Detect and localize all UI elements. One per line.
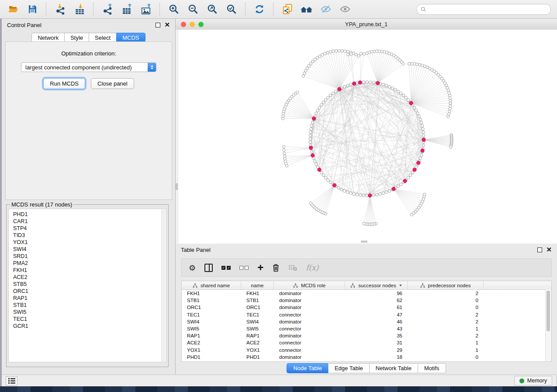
- hide-graphics-details-icon[interactable]: [317, 1, 335, 17]
- list-item[interactable]: STB5: [13, 281, 166, 288]
- node-table-header[interactable]: shared namenameMCDS rolesuccessor nodesp…: [182, 281, 551, 290]
- table-cell: 18: [345, 354, 408, 360]
- export-image-icon[interactable]: [137, 1, 155, 17]
- attribute-type-icon: [350, 283, 355, 288]
- table-cell: 31: [345, 340, 408, 345]
- refresh-icon[interactable]: [251, 1, 268, 17]
- add-column-icon[interactable]: +: [257, 264, 263, 272]
- table-cell: ACE2: [241, 340, 274, 345]
- table-row[interactable]: TEC1TEC1connector472: [182, 311, 551, 318]
- home-icon[interactable]: [298, 1, 315, 17]
- deselect-all-icon[interactable]: [239, 266, 249, 270]
- run-mcds-button[interactable]: Run MCDS: [43, 78, 85, 89]
- save-icon[interactable]: [24, 1, 41, 17]
- select-all-icon[interactable]: ✓✓: [221, 266, 231, 270]
- table-cell: dominator: [274, 319, 345, 324]
- list-item[interactable]: PHD1: [13, 211, 166, 218]
- status-bar: Memory: [2, 375, 556, 386]
- tab-select[interactable]: Select: [89, 33, 117, 42]
- open-folder-icon[interactable]: [4, 1, 22, 17]
- zoom-selected-icon[interactable]: [223, 1, 240, 17]
- network-window-titlebar[interactable]: YPA_prune.txt_1: [176, 19, 557, 30]
- list-item[interactable]: SWI5: [13, 309, 166, 316]
- mcds-result-group: MCDS result (17 nodes) PHD1CAR1STP4TID3Y…: [6, 201, 169, 367]
- list-item[interactable]: TEC1: [13, 316, 166, 323]
- table-row[interactable]: SWI4SWI4dominator462: [182, 318, 551, 325]
- zoom-fit-icon[interactable]: [204, 1, 221, 17]
- tab-edge-table[interactable]: Edge Table: [328, 363, 370, 373]
- export-table-icon[interactable]: [118, 1, 135, 17]
- tab-network-table[interactable]: Network Table: [369, 363, 418, 373]
- table-cell: FKH1: [182, 291, 241, 296]
- table-row[interactable]: STB1STB1dominator620: [182, 297, 551, 304]
- close-panel-button[interactable]: Close panel: [91, 78, 134, 89]
- float-table-panel-icon[interactable]: [537, 248, 542, 252]
- table-row[interactable]: YOX1YOX1connector291: [182, 347, 551, 354]
- column-header-successor-nodes[interactable]: successor nodes: [345, 281, 408, 289]
- zoom-out-icon[interactable]: [184, 1, 202, 17]
- list-item[interactable]: GCR1: [13, 323, 166, 330]
- mcds-result-list[interactable]: PHD1CAR1STP4TID3YOX1SWI4SRD1PMA2FKH1ACE2…: [8, 209, 166, 362]
- column-header-shared-name[interactable]: shared name: [182, 281, 241, 289]
- list-item[interactable]: STP4: [13, 225, 166, 232]
- delete-column-icon[interactable]: [272, 264, 280, 272]
- network-graph[interactable]: [176, 30, 557, 244]
- column-visibility-icon[interactable]: [204, 264, 213, 272]
- network-canvas[interactable]: [176, 30, 557, 244]
- dropdown-stepper-icon: [148, 63, 156, 72]
- export-network-icon[interactable]: [99, 1, 116, 17]
- column-header-predecessor-nodes[interactable]: predecessor nodes: [408, 281, 484, 289]
- table-cell: connector: [274, 312, 345, 317]
- table-row[interactable]: RAP1RAP1dominator352: [182, 332, 551, 339]
- table-settings-gear-icon[interactable]: ⚙: [189, 263, 196, 272]
- close-panel-icon[interactable]: ✕: [164, 23, 170, 27]
- table-row[interactable]: FKH1FKH1dominator962: [182, 290, 551, 297]
- show-graphics-details-icon[interactable]: [336, 1, 354, 17]
- list-item[interactable]: RAP1: [13, 295, 166, 302]
- table-cell: dominator: [274, 354, 345, 360]
- close-table-panel-icon[interactable]: ✕: [546, 248, 552, 252]
- import-table-icon[interactable]: [71, 1, 88, 17]
- tab-network[interactable]: Network: [31, 33, 65, 42]
- node-table-body: FKH1FKH1dominator962STB1STB1dominator620…: [182, 290, 551, 361]
- table-row[interactable]: ACE2ACE2connector311: [182, 339, 551, 346]
- table-cell: PHD1: [182, 354, 241, 360]
- tab-node-table[interactable]: Node Table: [287, 363, 329, 373]
- optimization-criterion-dropdown[interactable]: largest connected component (undirected): [21, 62, 156, 72]
- search-input[interactable]: [429, 6, 547, 13]
- mcds-list-scrollbar[interactable]: [161, 210, 166, 361]
- table-panel: Table Panel ✕ ⚙ ✓✓ +: [176, 244, 557, 375]
- list-item[interactable]: TID3: [13, 232, 166, 239]
- list-item[interactable]: YOX1: [13, 239, 166, 246]
- table-cell: 62: [345, 298, 408, 303]
- list-item[interactable]: STB1: [13, 302, 166, 309]
- table-row[interactable]: SWI5SWI5connector431: [182, 325, 551, 332]
- memory-button[interactable]: Memory: [514, 376, 552, 385]
- list-item[interactable]: FKH1: [13, 267, 166, 274]
- table-cell: dominator: [274, 291, 345, 296]
- list-item[interactable]: ACE2: [13, 274, 166, 281]
- canvas-horizontal-scrollbar-thumb[interactable]: [361, 241, 367, 243]
- column-header-name[interactable]: name: [241, 281, 274, 289]
- table-row[interactable]: ORC1ORC1dominator610: [182, 304, 551, 311]
- search-box[interactable]: [416, 4, 551, 15]
- node-table[interactable]: shared namenameMCDS rolesuccessor nodesp…: [181, 281, 552, 362]
- column-header-MCDS-role[interactable]: MCDS role: [274, 281, 345, 289]
- list-item[interactable]: PMA2: [13, 260, 166, 267]
- canvas-vertical-scrollbar[interactable]: [176, 30, 178, 244]
- list-item[interactable]: SRD1: [13, 253, 166, 260]
- tab-motifs[interactable]: Motifs: [418, 363, 446, 373]
- list-item[interactable]: SWI4: [13, 246, 166, 253]
- tab-style[interactable]: Style: [64, 33, 89, 42]
- table-cell: 43: [345, 326, 408, 331]
- list-item[interactable]: ORC1: [13, 288, 166, 295]
- task-history-icon[interactable]: [6, 376, 17, 385]
- tab-mcds[interactable]: MCDS: [116, 33, 145, 42]
- zoom-in-icon[interactable]: [165, 1, 183, 17]
- table-scrollbar[interactable]: [545, 289, 551, 361]
- import-network-icon[interactable]: [52, 1, 69, 17]
- table-row[interactable]: PHD1PHD1dominator180: [182, 354, 551, 361]
- duplicate-network-icon[interactable]: [279, 1, 296, 17]
- float-panel-icon[interactable]: [156, 23, 160, 28]
- list-item[interactable]: CAR1: [13, 218, 166, 225]
